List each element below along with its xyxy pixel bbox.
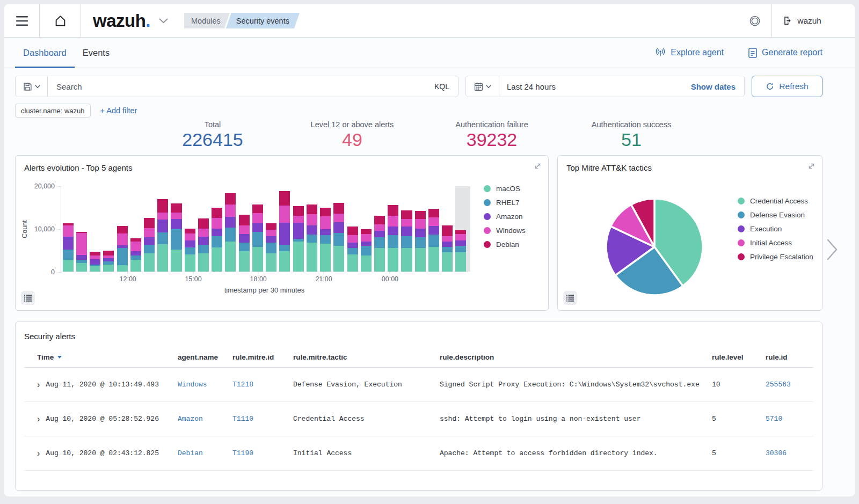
column-rule-mitre-id[interactable]: rule.mitre.id bbox=[232, 353, 293, 361]
date-quick-select-button[interactable] bbox=[466, 76, 499, 97]
bar[interactable] bbox=[318, 186, 332, 272]
bar[interactable] bbox=[183, 186, 196, 272]
list-icon bbox=[566, 295, 574, 302]
cell-agent-name[interactable]: Amazon bbox=[178, 415, 232, 423]
cell-time: Aug 10, 2020 @ 05:28:52.926 bbox=[46, 415, 159, 423]
legend-item-credential-access[interactable]: Credential Access bbox=[738, 197, 813, 205]
saved-queries-button[interactable] bbox=[16, 76, 48, 97]
column-time[interactable]: Time bbox=[24, 353, 178, 361]
bar[interactable] bbox=[454, 186, 468, 272]
bar[interactable] bbox=[332, 186, 346, 272]
carousel-next-button[interactable] bbox=[826, 237, 839, 265]
column-rule-id[interactable]: rule.id bbox=[766, 353, 813, 361]
inspect-panel-button[interactable] bbox=[563, 291, 577, 305]
bar[interactable] bbox=[400, 186, 413, 272]
bar[interactable] bbox=[210, 186, 224, 272]
bar[interactable] bbox=[115, 186, 129, 272]
bar[interactable] bbox=[88, 186, 101, 272]
breadcrumb-modules[interactable]: Modules bbox=[184, 13, 230, 28]
filter-chip-cluster-name[interactable]: cluster.name: wazuh bbox=[15, 104, 91, 118]
bar[interactable] bbox=[61, 186, 75, 272]
stat-label: Total bbox=[143, 120, 282, 129]
bar[interactable] bbox=[237, 186, 251, 272]
legend-item-initial-access[interactable]: Initial Access bbox=[738, 239, 813, 247]
cell-rule-mitre-id[interactable]: T1190 bbox=[232, 449, 293, 457]
bar-segment bbox=[117, 248, 128, 265]
legend-item-macos[interactable]: macOS bbox=[484, 185, 526, 193]
logo-dropdown-chevron-icon[interactable] bbox=[159, 18, 168, 24]
tab-dashboard[interactable]: Dashboard bbox=[15, 38, 75, 68]
legend-item-amazon[interactable]: Amazon bbox=[484, 213, 526, 221]
bar[interactable] bbox=[129, 186, 142, 272]
column-agent-name[interactable]: agent.name bbox=[178, 353, 232, 361]
cell-agent-name[interactable]: Debian bbox=[178, 449, 232, 457]
pie-chart[interactable] bbox=[602, 194, 707, 300]
expand-row-icon[interactable]: › bbox=[37, 449, 40, 458]
table-row: ›Aug 10, 2020 @ 05:28:52.926AmazonT1110C… bbox=[24, 402, 813, 436]
cell-agent-name[interactable]: Windows bbox=[178, 381, 232, 389]
expand-panel-icon[interactable] bbox=[807, 162, 816, 172]
bar[interactable] bbox=[156, 186, 170, 272]
cell-rule-id[interactable]: 30306 bbox=[766, 449, 813, 457]
bar[interactable] bbox=[441, 186, 454, 272]
date-range-value[interactable]: Last 24 hours bbox=[499, 82, 691, 91]
legend-item-privilege-escalation[interactable]: Privilege Escalation bbox=[738, 253, 813, 261]
legend-item-rhel7[interactable]: RHEL7 bbox=[484, 199, 526, 207]
stat-value[interactable]: 51 bbox=[562, 130, 701, 149]
bar[interactable] bbox=[265, 186, 278, 272]
bar[interactable] bbox=[196, 186, 210, 272]
generate-report-button[interactable]: Generate report bbox=[748, 48, 822, 58]
cell-rule-id[interactable]: 255563 bbox=[766, 381, 813, 389]
explore-agent-button[interactable]: Explore agent bbox=[655, 48, 724, 57]
home-button[interactable] bbox=[40, 4, 81, 38]
bar[interactable] bbox=[346, 186, 359, 272]
cluster-status-button[interactable] bbox=[738, 4, 771, 38]
legend-item-defense-evasion[interactable]: Defense Evasion bbox=[738, 211, 813, 219]
expand-row-icon[interactable]: › bbox=[37, 381, 40, 389]
bar-segment bbox=[198, 237, 209, 244]
legend-item-execution[interactable]: Execution bbox=[738, 225, 813, 233]
bar-segment bbox=[266, 223, 276, 230]
bar[interactable] bbox=[305, 186, 318, 272]
column-rule-mitre-tactic[interactable]: rule.mitre.tactic bbox=[293, 353, 440, 361]
expand-row-icon[interactable]: › bbox=[37, 415, 40, 423]
bar[interactable] bbox=[251, 186, 264, 272]
menu-button[interactable] bbox=[4, 4, 39, 38]
bar[interactable] bbox=[373, 186, 386, 272]
bar[interactable] bbox=[413, 186, 427, 272]
stat-value[interactable]: 226415 bbox=[143, 130, 282, 149]
column-rule-level[interactable]: rule.level bbox=[712, 353, 766, 361]
column-rule-description[interactable]: rule.description bbox=[440, 353, 712, 361]
cell-rule-mitre-id[interactable]: T1218 bbox=[232, 381, 293, 389]
bar[interactable] bbox=[278, 186, 292, 272]
add-filter-button[interactable]: + Add filter bbox=[100, 106, 137, 115]
tab-events[interactable]: Events bbox=[75, 38, 118, 68]
bar[interactable] bbox=[142, 186, 156, 272]
bar[interactable] bbox=[170, 186, 183, 272]
legend-item-debian[interactable]: Debian bbox=[484, 240, 526, 249]
refresh-button[interactable]: Refresh bbox=[752, 76, 822, 97]
security-alerts-panel: Security alerts Time agent.name rule.mit… bbox=[15, 322, 822, 491]
user-menu[interactable]: wazuh bbox=[772, 16, 855, 26]
cell-rule-id[interactable]: 5710 bbox=[766, 415, 813, 423]
bar[interactable] bbox=[75, 186, 88, 272]
bar-segment bbox=[293, 216, 304, 223]
inspect-panel-button[interactable] bbox=[21, 291, 35, 305]
bar[interactable] bbox=[359, 186, 373, 272]
bar-segment bbox=[63, 237, 74, 250]
bar[interactable] bbox=[427, 186, 440, 272]
wazuh-logo[interactable]: wazuh. bbox=[93, 11, 150, 31]
stat-value[interactable]: 49 bbox=[282, 130, 422, 149]
legend-item-windows[interactable]: Windows bbox=[484, 227, 526, 235]
cell-rule-mitre-id[interactable]: T1110 bbox=[232, 415, 293, 423]
bar[interactable] bbox=[224, 186, 237, 272]
bar[interactable] bbox=[102, 186, 115, 272]
show-dates-button[interactable]: Show dates bbox=[691, 82, 744, 91]
expand-panel-icon[interactable] bbox=[534, 162, 542, 172]
hamburger-icon bbox=[16, 16, 28, 26]
query-language-button[interactable]: KQL bbox=[426, 82, 458, 91]
stat-value[interactable]: 39232 bbox=[422, 130, 562, 149]
search-input[interactable]: Search bbox=[48, 82, 426, 91]
bar[interactable] bbox=[292, 186, 305, 272]
bar[interactable] bbox=[387, 186, 400, 272]
